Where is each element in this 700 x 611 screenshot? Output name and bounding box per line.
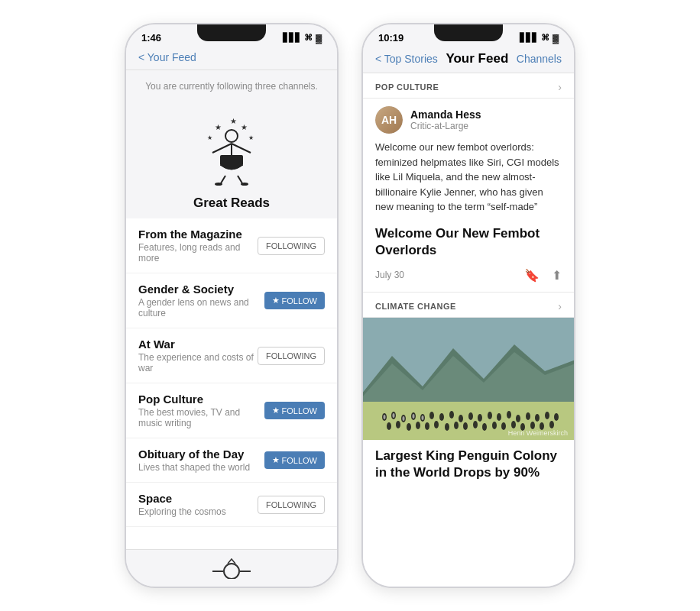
svg-line-11 [238,176,242,183]
left-nav: < Your Feed [126,47,337,70]
svg-point-43 [416,422,420,429]
svg-point-53 [511,421,516,428]
svg-line-6 [212,144,232,153]
author-details: Amanda Hess Critic-at-Large [410,108,481,131]
left-phone-content: You are currently following three channe… [126,70,337,549]
right-back-button[interactable]: < Top Stories [375,53,438,65]
channel-item-atwar: At War The experience and costs of war F… [126,328,337,383]
left-back-button[interactable]: < Your Feed [138,51,196,63]
author-avatar-img: AH [375,106,403,134]
follow-button-magazine[interactable]: FOLLOWING [258,237,325,255]
channels-button[interactable]: Channels [517,53,562,65]
article-image-penguin[interactable]: Henri Weimerskirch [363,318,574,440]
great-reads-title: Great Reads [193,196,270,211]
svg-text:★: ★ [248,134,254,141]
svg-point-38 [545,412,549,419]
channel-item-space: Space Exploring the cosmos FOLLOWING [126,483,337,527]
svg-point-44 [425,422,429,430]
article-title-fembot[interactable]: Welcome Our New Fembot Overlords [363,222,574,262]
svg-point-27 [439,413,444,421]
svg-text:★: ★ [241,123,248,131]
channel-info-atwar: At War The experience and costs of war [138,338,258,373]
channel-item-gender: Gender & Society A gender lens on news a… [126,273,337,328]
right-signal-icon: ▋▋▋ [520,33,538,43]
great-reads-illustration: ★ ★ ★ ★ ★ [193,113,270,189]
svg-point-45 [434,421,439,428]
right-battery-icon: ▓ [553,34,559,43]
channel-name-gender: Gender & Society [138,283,264,296]
svg-point-39 [554,413,559,421]
svg-point-46 [445,423,449,431]
svg-point-60 [403,416,405,421]
penguin-landscape-svg [363,318,574,440]
svg-point-12 [215,183,222,186]
article-title-penguin[interactable]: Largest King Penguin Colony in the World… [363,440,574,486]
follow-button-gender[interactable]: ★ FOLLOW [264,292,325,309]
climate-section-header[interactable]: CLIMATE CHANGE › [363,293,574,318]
right-wifi-icon: ⌘ [541,33,549,43]
climate-chevron: › [558,300,562,312]
left-bottom-bar [126,549,337,587]
following-subtitle: You are currently following three channe… [126,70,337,98]
channel-info-space: Space Exploring the cosmos [138,492,226,517]
svg-line-10 [221,176,225,183]
author-name: Amanda Hess [410,108,481,121]
svg-point-34 [507,411,511,419]
follow-button-atwar[interactable]: FOLLOWING [258,347,325,365]
svg-point-41 [396,421,400,428]
share-icon[interactable]: ⬆ [552,268,562,283]
pop-culture-chevron: › [558,81,562,93]
bookmark-icon[interactable]: 🔖 [524,268,540,283]
svg-point-52 [501,422,506,430]
svg-text:★: ★ [230,117,237,125]
channel-desc-atwar: The experience and costs of war [138,352,258,373]
right-phone: 10:19 ▋▋▋ ⌘ ▓ < Top Stories Your Feed Ch… [361,23,575,588]
svg-point-55 [530,422,535,429]
right-phone-notch [434,24,503,41]
climate-label: CLIMATE CHANGE [375,302,456,311]
channel-info-obituary: Obituary of the Day Lives that shaped th… [138,448,250,473]
right-page-title: Your Feed [446,51,508,66]
svg-point-30 [468,412,473,420]
channel-list: From the Magazine Features, long reads a… [126,218,337,527]
star-icon: ★ [272,296,280,306]
image-caption: Henri Weimerskirch [508,429,568,437]
svg-point-59 [393,413,395,418]
svg-point-37 [535,414,540,422]
pop-culture-label: POP CULTURE [375,82,439,92]
svg-point-62 [422,415,424,420]
svg-point-61 [413,414,415,419]
left-status-bar: 1:46 ▋▋▋ ⌘ ▓ [126,24,337,47]
wifi-icon: ⌘ [304,33,313,43]
channel-name-magazine: From the Magazine [138,228,258,241]
channel-name-popculture: Pop Culture [138,393,264,406]
channel-desc-gender: A gender lens on news and culture [138,297,264,318]
channel-name-space: Space [138,492,226,505]
channel-name-atwar: At War [138,338,258,351]
channel-desc-popculture: The best movies, TV and music writing [138,407,264,428]
svg-point-36 [526,412,530,420]
svg-point-40 [387,422,391,430]
channel-desc-space: Exploring the cosmos [138,506,226,517]
follow-button-popculture[interactable]: ★ FOLLOW [264,402,325,419]
bottom-nav-icon [212,558,251,579]
svg-point-13 [241,183,248,186]
svg-rect-9 [220,155,243,166]
article-excerpt: Welcome our new fembot overlords: femini… [363,140,574,222]
follow-button-obituary[interactable]: ★ FOLLOW [264,451,325,469]
channel-item-obituary: Obituary of the Day Lives that shaped th… [126,438,337,483]
svg-point-49 [473,421,478,428]
signal-icon: ▋▋▋ [283,33,301,43]
follow-button-space[interactable]: FOLLOWING [258,496,325,514]
svg-point-14 [224,564,239,579]
svg-point-28 [449,411,454,419]
phone-notch [197,24,266,41]
left-status-icons: ▋▋▋ ⌘ ▓ [283,33,322,43]
svg-line-7 [232,144,251,153]
author-avatar: AH [375,106,403,134]
article-actions: 🔖 ⬆ [524,268,562,283]
pop-culture-section-header[interactable]: POP CULTURE › [363,73,574,99]
svg-text:★: ★ [207,134,212,141]
article-author-area: AH Amanda Hess Critic-at-Large [363,99,574,140]
channel-item-magazine: From the Magazine Features, long reads a… [126,218,337,273]
